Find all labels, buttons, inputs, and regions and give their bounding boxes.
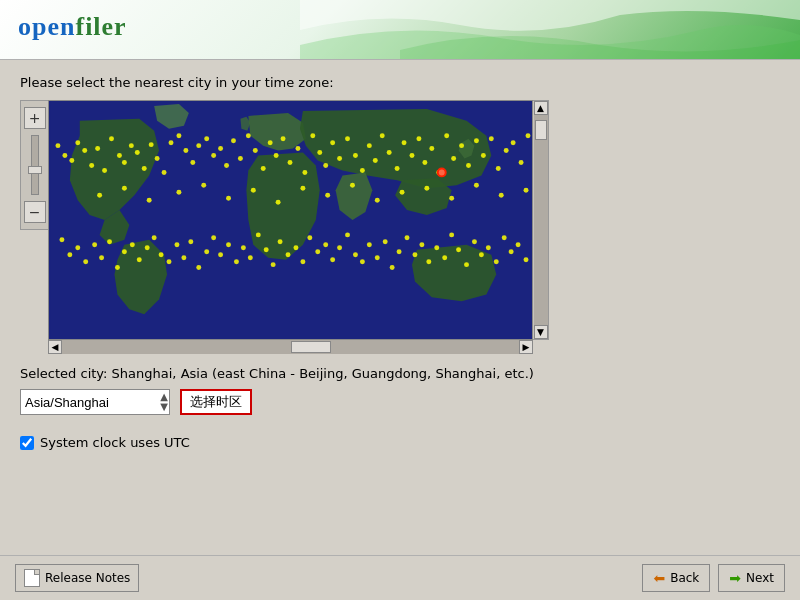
svg-point-133	[122, 186, 127, 191]
logo: openfiler	[18, 12, 127, 42]
timezone-row: Asia/Shanghai Asia/Tokyo America/New_Yor…	[20, 389, 780, 415]
svg-point-80	[145, 245, 150, 250]
svg-point-140	[300, 186, 305, 191]
svg-point-32	[268, 140, 273, 145]
svg-point-77	[122, 249, 127, 254]
svg-point-45	[360, 168, 365, 173]
svg-point-144	[400, 190, 405, 195]
svg-point-8	[102, 168, 107, 173]
svg-point-141	[325, 193, 330, 198]
svg-point-66	[511, 140, 516, 145]
vscroll-track[interactable]	[534, 115, 548, 325]
next-button[interactable]: ➡ Next	[718, 564, 785, 592]
svg-point-62	[481, 153, 486, 158]
vscroll-thumb[interactable]	[535, 120, 547, 140]
svg-point-102	[307, 235, 312, 240]
back-button[interactable]: ⬅ Back	[642, 564, 710, 592]
zoom-out-button[interactable]: −	[24, 201, 46, 223]
svg-point-106	[337, 245, 342, 250]
next-arrow-icon: ➡	[729, 570, 741, 586]
main-content: Please select the nearest city in your t…	[0, 60, 800, 465]
map-area[interactable]	[48, 100, 533, 340]
svg-point-128	[502, 235, 507, 240]
select-timezone-button[interactable]: 选择时区	[180, 389, 252, 415]
svg-point-116	[412, 252, 417, 257]
svg-point-114	[397, 249, 402, 254]
utc-label: System clock uses UTC	[40, 435, 190, 450]
next-label: Next	[746, 571, 774, 585]
svg-point-29	[246, 133, 251, 138]
svg-point-148	[499, 193, 504, 198]
zoom-in-button[interactable]: +	[24, 107, 46, 129]
svg-point-92	[234, 259, 239, 264]
selected-city-info: Selected city: Shanghai, Asia (east Chin…	[20, 366, 780, 381]
svg-point-63	[489, 136, 494, 141]
svg-point-44	[353, 153, 358, 158]
svg-point-59	[459, 143, 464, 148]
svg-point-18	[169, 140, 174, 145]
svg-point-145	[424, 186, 429, 191]
svg-point-27	[231, 138, 236, 143]
svg-point-127	[494, 259, 499, 264]
zoom-controls: + −	[20, 100, 48, 230]
utc-checkbox[interactable]	[20, 436, 34, 450]
svg-point-89	[211, 235, 216, 240]
logo-filer: filer	[75, 12, 126, 41]
svg-point-122	[456, 247, 461, 252]
hscroll-thumb[interactable]	[291, 341, 331, 353]
svg-point-30	[253, 148, 258, 153]
svg-point-36	[295, 146, 300, 151]
zoom-slider[interactable]	[31, 135, 39, 195]
svg-point-108	[353, 252, 358, 257]
svg-point-70	[67, 252, 72, 257]
timezone-select[interactable]: Asia/Shanghai Asia/Tokyo America/New_Yor…	[20, 389, 170, 415]
svg-point-98	[278, 239, 283, 244]
svg-point-69	[59, 237, 64, 242]
svg-point-31	[261, 166, 266, 171]
svg-point-81	[152, 235, 157, 240]
svg-point-143	[375, 198, 380, 203]
svg-point-101	[300, 259, 305, 264]
svg-point-35	[288, 160, 293, 165]
svg-point-37	[302, 170, 307, 175]
svg-point-99	[286, 252, 291, 257]
svg-point-78	[130, 242, 135, 247]
vscroll-up-button[interactable]: ▲	[534, 101, 548, 115]
svg-point-147	[474, 183, 479, 188]
svg-point-125	[479, 252, 484, 257]
svg-point-95	[256, 232, 261, 237]
svg-point-79	[137, 257, 142, 262]
svg-point-5	[82, 148, 87, 153]
svg-point-124	[472, 239, 477, 244]
zoom-slider-thumb	[28, 166, 42, 174]
back-label: Back	[670, 571, 699, 585]
svg-point-130	[516, 242, 521, 247]
world-map	[49, 101, 532, 339]
svg-point-132	[97, 193, 102, 198]
svg-point-93	[241, 245, 246, 250]
release-notes-button[interactable]: Release Notes	[15, 564, 139, 592]
svg-point-139	[276, 200, 281, 205]
svg-point-142	[350, 183, 355, 188]
hscroll-right-button[interactable]: ▶	[519, 340, 533, 354]
svg-point-38	[310, 133, 315, 138]
svg-point-39	[317, 150, 322, 155]
svg-point-51	[402, 140, 407, 145]
svg-point-50	[395, 166, 400, 171]
svg-point-137	[226, 196, 231, 201]
svg-point-150	[439, 169, 445, 175]
svg-point-76	[115, 265, 120, 270]
svg-point-40	[323, 163, 328, 168]
vscroll-down-button[interactable]: ▼	[534, 325, 548, 339]
svg-point-146	[449, 196, 454, 201]
hscroll-track[interactable]	[62, 340, 519, 354]
map-vscrollbar[interactable]: ▲ ▼	[533, 100, 549, 340]
svg-point-10	[117, 153, 122, 158]
svg-point-88	[204, 249, 209, 254]
svg-point-71	[75, 245, 80, 250]
hscroll-left-button[interactable]: ◀	[48, 340, 62, 354]
svg-point-9	[109, 136, 114, 141]
svg-point-26	[224, 163, 229, 168]
svg-point-17	[162, 170, 167, 175]
bottom-bar: Release Notes ⬅ Back ➡ Next	[0, 555, 800, 600]
